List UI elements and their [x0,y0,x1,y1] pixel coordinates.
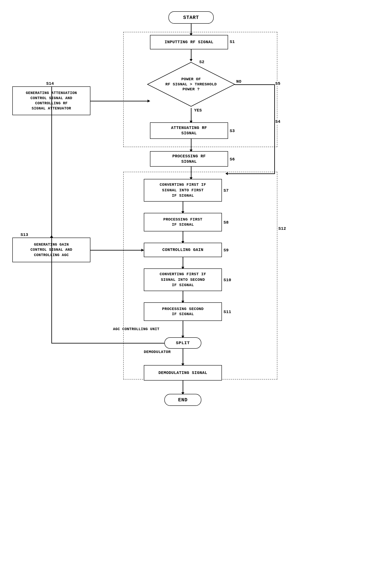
arrow-no-h-to-s6 [228,173,275,174]
split-terminal: SPLIT [164,337,201,349]
process-s1: INPUTTING RF SIGNAL [150,35,228,49]
arrow-s14-to-s3 [90,101,150,101]
label-s14: S14 [46,81,54,86]
end-terminal: END [164,394,201,406]
process-s3: ATTENUATING RF SIGNAL [150,122,228,139]
arrow-demod-end [183,381,183,394]
decision-s2: POWER OFRF SIGNAL > THRESHOLDPOWER ? [146,61,236,108]
process-s9: CONTROLLING GAIN [144,243,222,257]
arrow-s2-yes [191,108,192,122]
arrowhead-s14-to-s3 [148,99,150,102]
label-s1: S1 [230,40,235,44]
arrow-no-to-s6 [274,166,275,174]
flowchart-diagram: START INPUTTING RF SIGNAL S1 S2 POWER OF… [0,0,392,578]
arrowhead-no-to-s6 [225,172,228,175]
arrow-split-to-s13-v [51,250,52,343]
arrow-s13-to-s9 [90,250,144,250]
arrow-s11-split [183,321,183,337]
label-no: NO [236,79,241,84]
arrow-left-backbone-upper [51,86,52,101]
start-terminal: START [168,11,214,24]
arrow-s3-down [191,139,192,151]
process-s7: CONVERTING FIRST IF SIGNAL INTO FIRST IF… [144,179,222,202]
label-s9: S9 [224,248,229,253]
process-s10: CONVERTING FIRST IF SIGNAL INTO SECOND I… [144,268,222,291]
arrow-split-left [51,343,164,343]
label-s13: S13 [21,233,28,237]
arrowhead-s13-to-s9 [141,249,144,251]
label-s3: S3 [230,129,235,133]
process-s11: PROCESSING SECOND IF SIGNAL [144,302,222,321]
arrow-s2-no-h [235,84,275,85]
label-agc-unit: AGC CONTROLLING UNIT [113,327,159,331]
label-s12: S12 [278,226,286,231]
label-s4: S4 [275,119,280,124]
arrow-s2-no-v [274,84,275,166]
label-s11: S11 [224,310,231,314]
arrow-backbone-v [51,101,52,263]
arrow-split-demod [183,349,183,365]
arrowhead-to-s13 [50,235,53,238]
process-demod: DEMODULATING SIGNAL [144,365,222,381]
process-s8: PROCESSING FIRST IF SIGNAL [144,213,222,231]
arrow-s6-s7 [191,167,192,179]
label-s7: S7 [224,188,229,193]
label-s6: S6 [230,157,235,162]
label-yes: YES [194,108,202,113]
label-s5: S5 [275,81,280,86]
label-s8: S8 [224,220,229,225]
label-demodulator: DEMODULATOR [144,350,171,354]
process-s6: PROCESSING RF SIGNAL [150,151,228,167]
arrow-s13-up [51,238,52,239]
label-s10: S10 [224,278,231,283]
